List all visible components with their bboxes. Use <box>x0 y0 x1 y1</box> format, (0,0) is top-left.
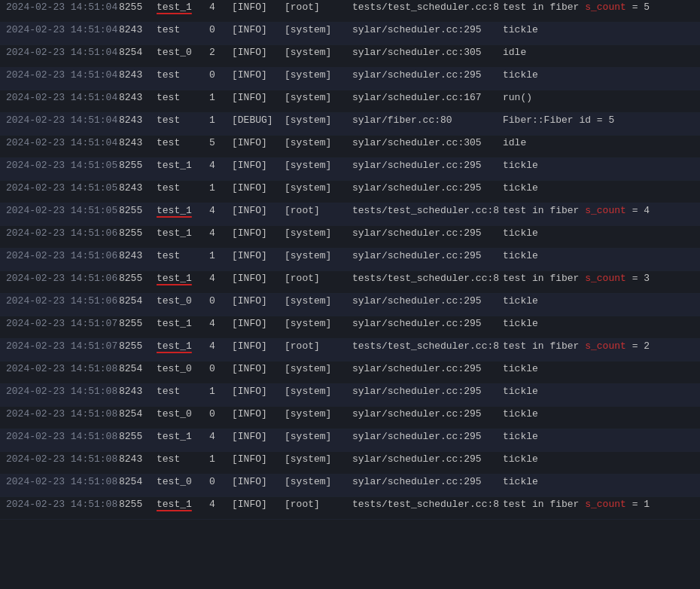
log-pid: 8254 <box>119 47 157 58</box>
log-context: [root] <box>285 499 352 510</box>
log-message: test in fiber s_count = 5 <box>503 2 694 13</box>
log-level: [INFO] <box>232 69 285 81</box>
log-context: [system] <box>285 47 352 58</box>
log-message: tickle <box>503 160 694 171</box>
table-row: 2024-02-23 14:51:088243test1[INFO][syste… <box>0 384 700 407</box>
log-container: 2024-02-23 14:51:048255test_14[INFO][roo… <box>0 0 700 589</box>
log-thread-num: 2 <box>209 47 232 58</box>
log-source: sylar/scheduler.cc:295 <box>352 250 503 261</box>
count-highlight: s_count <box>585 273 626 284</box>
log-timestamp: 2024-02-23 14:51:04 <box>6 24 119 35</box>
log-thread-name: test_0 <box>157 363 209 374</box>
log-source: sylar/scheduler.cc:295 <box>352 227 503 239</box>
log-source: tests/test_scheduler.cc:8 <box>352 205 503 216</box>
log-thread-num: 1 <box>209 92 232 103</box>
log-thread-num: 1 <box>209 250 232 261</box>
log-source: tests/test_scheduler.cc:8 <box>352 499 503 510</box>
count-highlight: s_count <box>585 499 626 510</box>
log-context: [root] <box>285 273 352 284</box>
log-timestamp: 2024-02-23 14:51:08 <box>6 453 119 465</box>
log-timestamp: 2024-02-23 14:51:05 <box>6 182 119 194</box>
log-thread-num: 4 <box>209 205 232 216</box>
log-level: [INFO] <box>232 273 285 284</box>
log-source: tests/test_scheduler.cc:8 <box>352 273 503 284</box>
log-pid: 8243 <box>119 24 157 35</box>
log-thread-num: 0 <box>209 24 232 35</box>
log-pid: 8254 <box>119 295 157 307</box>
log-level: [INFO] <box>232 295 285 307</box>
log-level: [INFO] <box>232 386 285 397</box>
log-thread-name: test <box>157 453 209 465</box>
log-level: [INFO] <box>232 431 285 442</box>
log-message: tickle <box>503 363 694 374</box>
log-thread-num: 0 <box>209 363 232 374</box>
table-row: 2024-02-23 14:51:068243test1[INFO][syste… <box>0 249 700 271</box>
log-source: sylar/scheduler.cc:295 <box>352 408 503 420</box>
log-pid: 8243 <box>119 453 157 465</box>
table-row: 2024-02-23 14:51:048243test0[INFO][syste… <box>0 23 700 45</box>
log-thread-name: test_1 <box>157 227 209 239</box>
log-message: test in fiber s_count = 1 <box>503 499 694 510</box>
log-thread-name: test <box>157 386 209 397</box>
log-level: [INFO] <box>232 227 285 239</box>
log-timestamp: 2024-02-23 14:51:07 <box>6 318 119 329</box>
log-message: idle <box>503 137 694 148</box>
log-thread-name: test_0 <box>157 47 209 58</box>
log-pid: 8243 <box>119 182 157 194</box>
log-context: [system] <box>285 92 352 103</box>
log-level: [INFO] <box>232 408 285 420</box>
log-timestamp: 2024-02-23 14:51:06 <box>6 227 119 239</box>
log-context: [system] <box>285 227 352 239</box>
log-context: [system] <box>285 250 352 261</box>
log-pid: 8254 <box>119 476 157 487</box>
table-row: 2024-02-23 14:51:088254test_00[INFO][sys… <box>0 407 700 429</box>
log-source: sylar/scheduler.cc:295 <box>352 295 503 307</box>
log-message: tickle <box>503 431 694 442</box>
log-timestamp: 2024-02-23 14:51:06 <box>6 295 119 307</box>
log-source: sylar/scheduler.cc:305 <box>352 47 503 58</box>
log-message: tickle <box>503 69 694 81</box>
log-level: [INFO] <box>232 250 285 261</box>
log-context: [root] <box>285 340 352 352</box>
log-source: sylar/scheduler.cc:295 <box>352 386 503 397</box>
log-source: sylar/scheduler.cc:295 <box>352 182 503 194</box>
log-level: [INFO] <box>232 318 285 329</box>
log-timestamp: 2024-02-23 14:51:05 <box>6 160 119 171</box>
table-row: 2024-02-23 14:51:048254test_02[INFO][sys… <box>0 45 700 68</box>
log-message: tickle <box>503 24 694 35</box>
log-thread-num: 4 <box>209 273 232 284</box>
log-thread-name: test_0 <box>157 476 209 487</box>
log-pid: 8243 <box>119 69 157 81</box>
log-thread-name: test <box>157 114 209 126</box>
log-context: [system] <box>285 318 352 329</box>
log-message: idle <box>503 47 694 58</box>
log-message: Fiber::Fiber id = 5 <box>503 114 694 126</box>
log-thread-num: 1 <box>209 182 232 194</box>
log-thread-num: 4 <box>209 318 232 329</box>
log-level: [INFO] <box>232 137 285 148</box>
log-timestamp: 2024-02-23 14:51:05 <box>6 205 119 216</box>
log-level: [INFO] <box>232 160 285 171</box>
log-pid: 8255 <box>119 273 157 284</box>
log-context: [system] <box>285 453 352 465</box>
log-thread-name: test_1 <box>157 318 209 329</box>
log-timestamp: 2024-02-23 14:51:04 <box>6 92 119 103</box>
log-timestamp: 2024-02-23 14:51:08 <box>6 363 119 374</box>
log-source: sylar/scheduler.cc:167 <box>352 92 503 103</box>
log-message: test in fiber s_count = 4 <box>503 205 694 216</box>
table-row: 2024-02-23 14:51:058243test1[INFO][syste… <box>0 181 700 203</box>
log-thread-name: test_1 <box>157 499 209 510</box>
log-thread-name: test <box>157 92 209 103</box>
log-thread-name: test_1 <box>157 205 209 216</box>
log-pid: 8255 <box>119 2 157 13</box>
log-thread-num: 0 <box>209 476 232 487</box>
log-thread-name: test_1 <box>157 2 209 13</box>
log-message: tickle <box>503 250 694 261</box>
table-row: 2024-02-23 14:51:088255test_14[INFO][roo… <box>0 497 700 520</box>
log-pid: 8255 <box>119 318 157 329</box>
log-level: [INFO] <box>232 182 285 194</box>
log-message: tickle <box>503 295 694 307</box>
log-thread-name: test <box>157 24 209 35</box>
log-thread-num: 4 <box>209 499 232 510</box>
table-row: 2024-02-23 14:51:048243test1[INFO][syste… <box>0 90 700 113</box>
